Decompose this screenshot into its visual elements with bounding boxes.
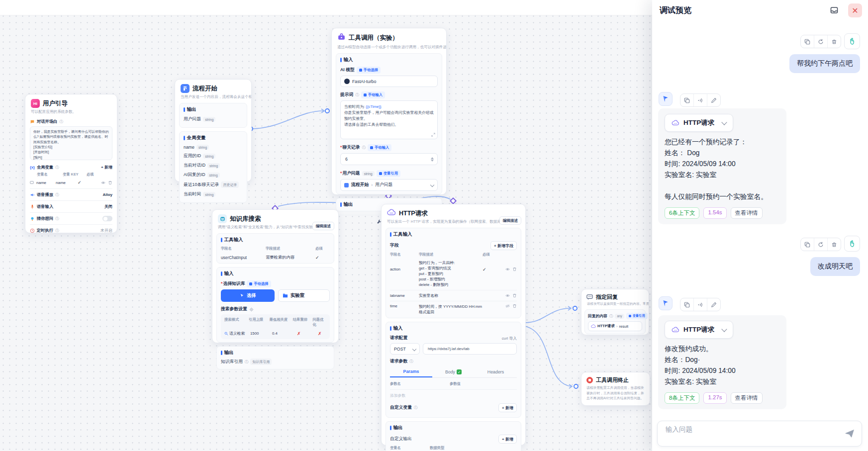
tts-play-icon[interactable] [693,94,707,106]
copy-icon[interactable] [680,94,693,106]
manual-input-badge: 手动输入 [368,144,391,151]
latency-badge[interactable]: 1.54s [703,207,726,219]
reply-source-select[interactable]: HTTP请求 › result [588,321,642,331]
node-kb-search[interactable]: 知识库搜索 调用"语义检索"和"全文检索"能力，从"知识库"中查找实验室介绍和使… [212,209,339,343]
stt-value[interactable]: 关闭 [104,204,112,209]
prompt-textarea[interactable]: 当前时间为: {{cTime}} 你是实验室助手，用户可能会询问实验室相关介绍或… [340,100,438,139]
curl-import-button[interactable]: curl 导入 [502,336,517,341]
trash-icon[interactable] [108,180,112,185]
section-output: 输出 [224,350,234,356]
view-detail-badge[interactable]: 查看详情 [731,392,763,404]
tool-run-card[interactable]: HTTP请求 [665,114,733,132]
select-kb-button[interactable]: 选择 [221,289,275,302]
node-flow-start[interactable]: 流程开始 当用户发送一个内容后，流程将会从这个模块开始执行。 输出 用户问题st… [175,79,252,182]
node-assigned-reply[interactable]: 指定回复 该模块可以直接回复一段指定的内容。常用于引导、提示。 回复的内容ⓘ a… [581,289,649,335]
model-select[interactable]: FastAI-turbo [340,76,438,87]
tool-run-card[interactable]: HTTP请求 [665,321,733,339]
mic-icon [30,204,35,209]
eye-icon[interactable] [101,180,105,185]
rock-hand-icon [848,239,857,248]
reply-icon [586,294,593,300]
node-title: HTTP请求 [399,209,428,218]
tts-play-icon[interactable] [693,298,707,311]
col-variable-key: 变量 KEY [63,172,87,177]
query-extend-off: ✗ [318,331,322,336]
history-count-value[interactable] [344,156,396,162]
number-stepper[interactable] [431,157,434,162]
eye-icon[interactable] [505,293,510,298]
trash-icon[interactable] [512,293,517,298]
user-avatar[interactable] [844,236,860,252]
context-badge[interactable]: 8条上下文 [665,392,699,404]
col-field-desc: 字段描述 [266,246,315,251]
context-badge[interactable]: 6条上下文 [665,207,699,219]
url-value[interactable] [427,346,513,352]
copy-icon[interactable] [680,298,693,311]
url-input[interactable] [423,343,517,355]
node-title: 流程开始 [193,85,217,93]
edit-description-button[interactable]: 编辑描述 [312,222,334,230]
variable-ref-badge: 变量引用 [626,313,648,319]
add-custom-output-button[interactable]: + 新增 [498,435,517,444]
add-variable-button[interactable]: + 新增 [101,165,112,170]
retry-icon[interactable] [814,238,827,251]
edit-icon[interactable] [707,94,720,106]
latency-badge[interactable]: 1.27s [703,392,726,404]
flow-canvas[interactable]: Hi 用户引导 可以配置应用的系统参数。 对话开场白ⓘ 你好，我是实验室助手，请… [0,0,652,451]
node-description: 该模块需配置工具调用使用，当该模块被执行时，工具调用将会强制结束，并且不再调用A… [581,384,650,402]
global-var-label: 全局变量 [37,165,53,170]
node-title: 指定回复 [596,293,618,301]
history-label: 聊天记录 [340,145,360,151]
schedule-value[interactable]: 未开启 [100,228,112,233]
add-field-button[interactable]: + 新增字段 [490,241,517,250]
expand-icon[interactable] [431,133,435,137]
user-message: 帮我约下午两点吧 [789,54,860,73]
history-count-input[interactable] [340,153,438,165]
chat-input-box[interactable] [657,421,862,447]
node-http-request[interactable]: HTTP请求 可以发出一个 HTTP 请求，实现更为复杂的操作（联网搜索、数据库… [381,204,526,446]
eye-icon[interactable] [505,267,510,271]
chat-input[interactable] [665,425,837,434]
copy-icon[interactable] [801,35,814,48]
field-name-cell: labname [390,293,419,298]
user-message: 改成明天吧 [810,257,860,276]
method-select[interactable]: POST [390,343,420,355]
edit-description-button[interactable]: 编辑描述 [499,216,521,225]
node-tool-call[interactable]: 工具调用（实验） 通过AI模型自动选择一个或多个功能块进行调用，也可以对插件进行… [331,28,447,195]
ai-avatar[interactable] [659,92,673,106]
trash-icon[interactable] [512,304,517,308]
delete-icon[interactable] [827,35,841,48]
reply-content-label: 回复的内容 [588,313,607,319]
node-subtitle: 调用"语义检索"和"全文检索"能力，从"知识库"中查找实验室介绍和使用规则。 [212,224,318,230]
col-required: 必须 [482,252,490,257]
close-button[interactable]: ✕ [848,3,862,17]
ai-avatar[interactable] [659,296,673,310]
trash-icon[interactable] [512,267,517,271]
body-check-icon: ✓ [457,369,462,374]
user-avatar[interactable] [844,33,860,49]
node-user-guide[interactable]: Hi 用户引导 可以配置应用的系统参数。 对话开场白ⓘ 你好，我是实验室助手，请… [25,94,117,233]
node-tool-stop[interactable]: 工具调用终止 该模块需配置工具调用使用，当该模块被执行时，工具调用将会强制结束，… [581,372,650,406]
kb-dataset-card[interactable]: 实验室 [278,289,330,302]
delete-icon[interactable] [827,238,841,251]
edit-icon[interactable] [707,298,720,311]
copy-icon[interactable] [801,238,814,251]
tts-value[interactable]: Alloy [102,192,112,197]
retry-icon[interactable] [814,35,827,48]
section-input: 输入 [344,57,353,63]
tab-body[interactable]: Body✓ [432,366,475,377]
view-detail-badge[interactable]: 查看详情 [731,207,763,219]
add-custom-var-button[interactable]: + 新增 [498,403,517,412]
gear-icon[interactable] [249,307,254,312]
eye-off-icon[interactable] [505,304,510,308]
tab-params[interactable]: Params [390,366,432,377]
question-source-select[interactable]: 流程开始 › 用户问题 [340,179,438,191]
export-icon[interactable] [827,3,841,17]
section-tool-input: 工具输入 [393,231,412,238]
add-param-placeholder[interactable]: 添加参数 [390,390,517,399]
send-icon[interactable] [844,428,855,441]
guess-toggle[interactable] [102,216,112,221]
var-key-cell: name [56,180,78,185]
tab-headers[interactable]: Headers [475,366,517,377]
opening-textarea[interactable]: 你好，我是实验室助手，请问有什么可以帮助你的么? 如需预约或修改预约实验室，请提… [30,126,112,160]
